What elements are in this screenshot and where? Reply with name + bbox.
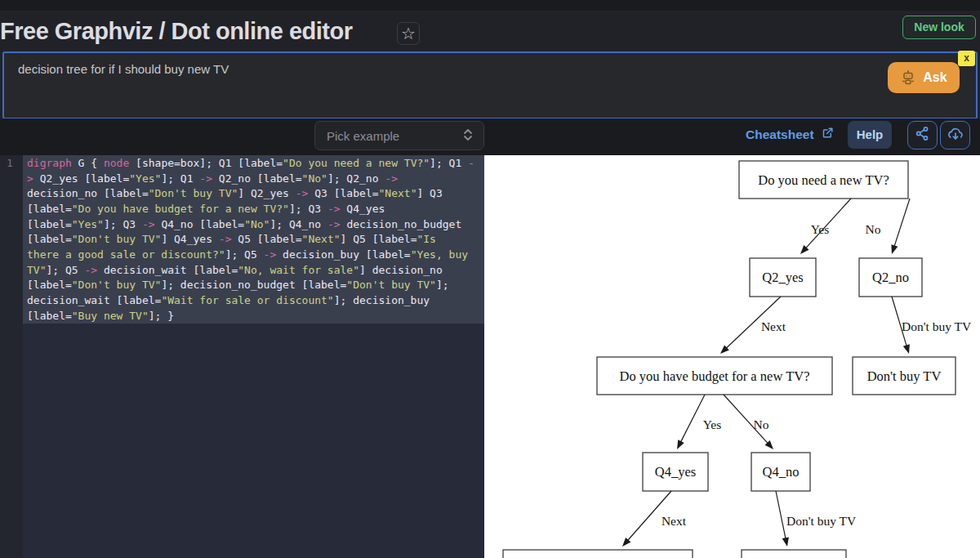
code-token: ]; Q5 bbox=[225, 248, 264, 261]
code-token: ]; decision_no_budget [label= bbox=[161, 279, 346, 291]
ask-button-label: Ask bbox=[923, 70, 947, 85]
code-token: TV" bbox=[27, 264, 46, 276]
graph-edge-label: Next bbox=[761, 319, 786, 333]
code-token: decision_no_budget bbox=[341, 218, 462, 230]
toolbar: Pick example Cheatsheet Help bbox=[0, 118, 980, 155]
cheatsheet-link[interactable]: Cheatsheet bbox=[746, 127, 834, 142]
code-token: > bbox=[27, 172, 40, 185]
code-line-row[interactable]: [label="Do you have budget for a new TV?… bbox=[27, 202, 483, 217]
code-token: [label= bbox=[27, 279, 72, 291]
code-line-row[interactable]: [label="Buy new TV"]; } bbox=[27, 309, 483, 324]
graph-output-pane: Do you need a new TV?Q2_yesQ2_noDo you h… bbox=[484, 155, 980, 558]
code-token: "Yes, buy bbox=[411, 248, 468, 261]
app-window: Free Graphviz / Dot online editor ☆ New … bbox=[0, 0, 980, 558]
code-token: [label= bbox=[27, 218, 72, 230]
code-token: "Buy new TV" bbox=[72, 310, 149, 322]
graph-node-label: Q2_no bbox=[872, 270, 909, 285]
page-title: Free Graphviz / Dot online editor bbox=[0, 18, 352, 45]
graph-edge-label: Don't buy TV bbox=[902, 319, 972, 333]
graph-edge-label: Don't buy TV bbox=[786, 514, 857, 528]
code-token: Q3 [label= bbox=[308, 187, 378, 199]
code-editor[interactable]: 1 digraph G { node [shape=box]; Q1 [labe… bbox=[0, 155, 484, 558]
ai-prompt-textarea[interactable]: decision tree for if I should buy new TV… bbox=[2, 51, 978, 119]
code-line-row[interactable]: [label="Yes"]; Q3 -> Q4_no [label="No"];… bbox=[27, 217, 483, 233]
code-token: ]; Q3 bbox=[104, 218, 142, 230]
code-token: ] Q4_yes bbox=[161, 233, 218, 245]
code-token: decision_no [label= bbox=[27, 187, 149, 199]
graph-node-Q5 bbox=[503, 550, 693, 558]
code-token: Q4_yes bbox=[341, 203, 385, 215]
code-line-row[interactable]: there a good sale or discount?"]; Q5 -> … bbox=[27, 248, 483, 263]
help-button[interactable]: Help bbox=[848, 121, 892, 149]
code-token: "Don't buy TV" bbox=[72, 233, 162, 245]
graph-arrowhead bbox=[677, 440, 684, 449]
code-line-row[interactable]: decision_no [label="Don't buy TV"] Q2_ye… bbox=[27, 186, 483, 202]
graph-edge bbox=[680, 395, 705, 444]
graph-node-label: Do you have budget for a new TV? bbox=[620, 368, 810, 384]
external-link-icon bbox=[822, 127, 834, 142]
favorite-star-icon[interactable]: ☆ bbox=[397, 22, 420, 45]
graph-node-label: Q2_yes bbox=[762, 270, 803, 285]
graph-arrowhead bbox=[891, 244, 898, 254]
close-prompt-button[interactable]: x bbox=[958, 51, 975, 66]
share-nodes-icon bbox=[915, 126, 930, 145]
code-token: ] Q5 [label= bbox=[341, 233, 417, 245]
graph-node-label: Q4_no bbox=[763, 464, 800, 480]
code-token: ] Q2_yes bbox=[238, 187, 295, 199]
code-token: -> bbox=[264, 248, 277, 261]
new-look-button[interactable]: New look bbox=[902, 16, 976, 39]
code-token: G { bbox=[72, 157, 104, 169]
graph-svg: Do you need a new TV?Q2_yesQ2_noDo you h… bbox=[486, 155, 980, 558]
code-token: [label= bbox=[27, 233, 72, 245]
code-token: -> bbox=[327, 218, 341, 230]
code-token: "Yes" bbox=[72, 218, 104, 230]
line-number: 1 bbox=[7, 157, 13, 169]
code-token: Q2_yes [label= bbox=[40, 172, 130, 185]
window-top-strip bbox=[0, 0, 980, 11]
code-token: -> bbox=[385, 172, 398, 185]
code-token: decision_wait [label= bbox=[97, 264, 238, 276]
code-token: digraph bbox=[27, 157, 72, 169]
code-token: Q4_no [label= bbox=[155, 218, 245, 230]
download-button[interactable] bbox=[940, 121, 970, 150]
code-token: [shape=box]; Q1 [label= bbox=[129, 157, 283, 169]
graph-arrowhead bbox=[903, 344, 910, 354]
code-token: ]; bbox=[436, 279, 449, 291]
robot-icon bbox=[900, 69, 916, 86]
code-token: "Wait for sale or discount" bbox=[161, 294, 333, 306]
code-line-row[interactable]: digraph G { node [shape=box]; Q1 [label=… bbox=[27, 156, 483, 172]
code-token: -> bbox=[296, 187, 309, 199]
code-token: -> bbox=[199, 172, 212, 185]
pick-example-label: Pick example bbox=[327, 129, 399, 143]
graph-edge-label: No bbox=[754, 417, 769, 431]
graph-arrowhead bbox=[782, 537, 789, 547]
graph-edge-label: Yes bbox=[703, 417, 722, 431]
code-token: ] Q3 bbox=[416, 187, 442, 199]
code-token: "Next" bbox=[302, 233, 341, 245]
share-button[interactable] bbox=[907, 121, 938, 150]
code-token: decision_buy [label= bbox=[276, 248, 410, 261]
code-line-row[interactable]: [label="Don't buy TV"]; decision_no_budg… bbox=[27, 278, 483, 293]
ask-button[interactable]: Ask bbox=[888, 62, 960, 93]
code-token: "Don't buy TV" bbox=[72, 279, 162, 291]
code-token: "No" bbox=[244, 218, 270, 230]
code-token: "No" bbox=[302, 172, 327, 185]
code-token: - bbox=[468, 157, 474, 169]
code-token: ]; Q3 bbox=[289, 203, 327, 215]
code-token: "No, wait for sale" bbox=[238, 264, 359, 276]
chevron-up-down-icon bbox=[462, 127, 474, 145]
code-token: decision_wait [label= bbox=[27, 294, 161, 306]
graph-node-decision_no_budget bbox=[742, 550, 846, 558]
graph-edge bbox=[893, 199, 910, 248]
code-token: "Is bbox=[416, 233, 435, 245]
pick-example-select[interactable]: Pick example bbox=[314, 121, 484, 150]
editor-gutter: 1 bbox=[0, 155, 23, 558]
code-line-row[interactable]: decision_wait [label="Wait for sale or d… bbox=[27, 293, 483, 309]
code-line-row[interactable]: TV"]; Q5 -> decision_wait [label="No, wa… bbox=[27, 263, 483, 279]
code-token: -> bbox=[327, 203, 341, 215]
code-line-row[interactable]: > Q2_yes [label="Yes"]; Q1 -> Q2_no [lab… bbox=[27, 172, 483, 187]
code-line-row[interactable]: [label="Don't buy TV"] Q4_yes -> Q5 [lab… bbox=[27, 232, 483, 248]
code-token: "Next" bbox=[379, 187, 417, 199]
code-token: -> bbox=[219, 233, 232, 245]
code-token: ]; Q1 bbox=[161, 172, 199, 185]
